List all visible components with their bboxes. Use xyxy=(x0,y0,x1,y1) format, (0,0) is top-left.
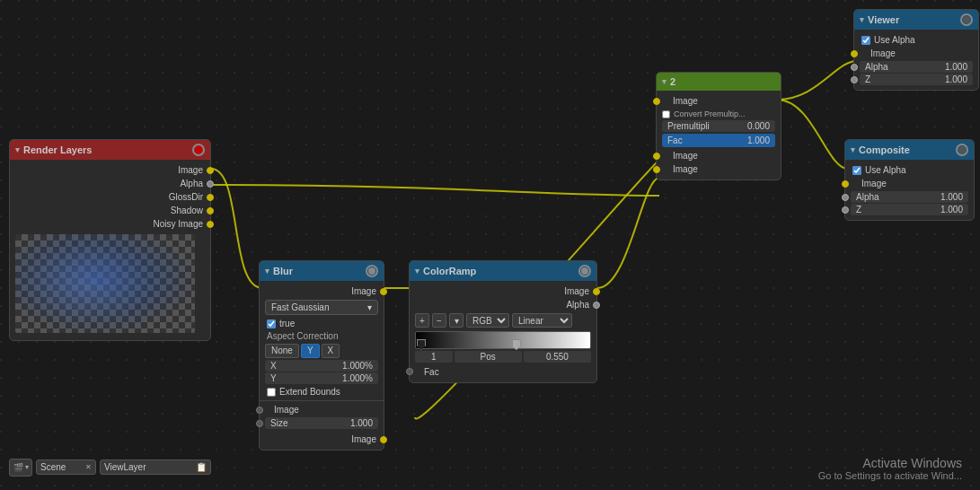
watermark-subtitle: Go to Settings to activate Wind... xyxy=(818,470,962,481)
viewer-collapse-arrow[interactable]: ▾ xyxy=(860,15,864,24)
output-glossdir-label: GlossDir xyxy=(169,192,203,202)
colorramp-interp-select[interactable]: Linear Ease B-Spline Cardinal Constant xyxy=(512,313,572,328)
colorramp-output-alpha-row: Alpha xyxy=(410,298,596,311)
mix-image2-row: Image xyxy=(657,149,781,162)
viewer-image-socket xyxy=(851,50,858,57)
blur-x-value: 1.000% xyxy=(342,361,373,371)
viewer-z-socket xyxy=(851,76,858,83)
viewer-alpha-socket xyxy=(851,64,858,71)
mix-fac-label: Fac xyxy=(667,136,683,145)
composite-use-alpha-label: Use Alpha xyxy=(865,165,906,175)
colorramp-icon xyxy=(578,265,591,277)
colorramp-menu-btn[interactable]: ▾ xyxy=(449,313,464,328)
composite-icon xyxy=(956,144,968,156)
blur-icon xyxy=(366,265,378,277)
blur-collapse-arrow[interactable]: ▾ xyxy=(265,267,269,276)
colorramp-pos-value-field[interactable]: 0.550 xyxy=(524,351,591,363)
blur-x-field[interactable]: X 1.000% xyxy=(265,360,378,372)
blur-aspect-y[interactable]: Y xyxy=(301,344,320,358)
composite-alpha-checkbox[interactable] xyxy=(852,166,861,175)
blur-aspect-none[interactable]: None xyxy=(265,344,299,358)
colorramp-body: Image Alpha + − ▾ RGB HSV HSL Linear Eas… xyxy=(410,281,596,382)
composite-z-field[interactable]: Z 1.000 xyxy=(851,204,968,215)
render-layers-header: ▾ Render Layers xyxy=(10,140,210,160)
colorramp-collapse-arrow[interactable]: ▾ xyxy=(415,267,419,276)
colorramp-gradient-area xyxy=(415,331,591,349)
output-glossdir-socket xyxy=(207,194,214,201)
viewlayer-select[interactable]: ViewLayer 📋 xyxy=(100,459,211,475)
output-alpha-label: Alpha xyxy=(180,179,203,188)
mix-title: 2 xyxy=(670,76,675,87)
blur-aspect-row: None Y X xyxy=(265,344,378,358)
render-layers-icon xyxy=(192,144,205,156)
viewer-node: ▾ Viewer Use Alpha Image Alpha 1.000 Z 1… xyxy=(853,9,979,91)
composite-alpha-field[interactable]: Alpha 1.000 xyxy=(851,191,968,203)
colorramp-mode-select[interactable]: RGB HSV HSL xyxy=(466,313,509,328)
blur-title: Blur xyxy=(273,266,293,276)
composite-image-socket xyxy=(842,180,849,188)
blur-method-dropdown[interactable]: Fast Gaussian ▾ xyxy=(265,300,378,315)
composite-header: ▾ Composite xyxy=(845,140,974,160)
blur-extend-checkbox[interactable] xyxy=(267,388,276,397)
composite-title: Composite xyxy=(859,144,910,155)
colorramp-fac-label: Fac xyxy=(424,367,439,377)
mix-collapse-arrow[interactable]: ▾ xyxy=(662,77,667,86)
blur-output-socket xyxy=(380,436,387,443)
blur-header: ▾ Blur xyxy=(260,261,384,281)
blur-y-value: 1.000% xyxy=(342,373,373,383)
colorramp-fac-row: Fac xyxy=(410,364,596,379)
composite-alpha-socket xyxy=(842,194,849,201)
viewer-alpha-field[interactable]: Alpha 1.000 xyxy=(860,61,973,73)
blur-extend-label: Extend Bounds xyxy=(279,387,340,397)
output-image-socket xyxy=(207,167,214,174)
viewer-use-alpha-label: Use Alpha xyxy=(874,35,915,45)
composite-z-value: 1.000 xyxy=(940,205,963,214)
viewer-alpha-checkbox[interactable] xyxy=(861,36,870,45)
mix-convert-checkbox[interactable] xyxy=(662,110,670,118)
mix-image3-label: Image xyxy=(673,164,698,174)
blur-output-row: Image xyxy=(260,433,384,446)
colorramp-title: ColorRamp xyxy=(423,266,476,276)
composite-alpha-row: Use Alpha xyxy=(845,163,974,177)
viewer-z-field[interactable]: Z 1.000 xyxy=(860,74,973,85)
colorramp-output-alpha-label: Alpha xyxy=(566,300,589,310)
blur-aspect-x[interactable]: X xyxy=(322,344,340,358)
output-shadow-label: Shadow xyxy=(171,206,203,215)
colorramp-pos-row: 1 Pos 0.550 xyxy=(415,351,591,363)
collapse-arrow[interactable]: ▾ xyxy=(15,145,20,154)
colorramp-gradient-bar[interactable] xyxy=(415,331,591,349)
blur-size-field[interactable]: Size 1.000 xyxy=(265,417,378,429)
mix-premultipli-label: Premultipli xyxy=(667,121,710,131)
output-image-row: Image xyxy=(10,163,210,177)
blur-output-label: Image xyxy=(351,434,376,444)
mix-fac-field[interactable]: Fac 1.000 xyxy=(662,134,775,147)
watermark-title: Activate Windows xyxy=(818,456,962,470)
scene-icon-btn[interactable]: 🎬 ▾ xyxy=(9,459,32,477)
mix-input-label: Image xyxy=(673,96,698,106)
viewer-alpha-value: 1.000 xyxy=(945,62,967,72)
viewer-z-label: Z xyxy=(865,74,870,84)
mix-premultipli-value: 0.000 xyxy=(747,121,770,131)
mix-premultipli-field[interactable]: Premultipli 0.000 xyxy=(662,120,775,132)
blur-y-field[interactable]: Y 1.000% xyxy=(265,372,378,384)
colorramp-stop-index[interactable]: 1 xyxy=(415,351,453,363)
blur-input-label: Image xyxy=(351,286,376,296)
blur-output-image-label: Image xyxy=(274,405,299,415)
composite-z-label: Z xyxy=(856,205,861,214)
blur-extend-row: Extend Bounds xyxy=(260,385,384,398)
scene-select[interactable]: Scene ✕ xyxy=(36,459,96,475)
colorramp-remove-btn[interactable]: − xyxy=(432,313,446,328)
blur-size-input-socket xyxy=(256,407,263,414)
viewer-alpha-label-field: Alpha xyxy=(865,62,888,72)
colorramp-add-btn[interactable]: + xyxy=(415,313,429,328)
composite-collapse-arrow[interactable]: ▾ xyxy=(851,145,855,154)
blur-method-arrow: ▾ xyxy=(367,302,372,312)
colorramp-output-image-socket xyxy=(593,288,600,295)
viewlayer-label: ViewLayer xyxy=(104,462,146,472)
blur-relative-checkbox[interactable] xyxy=(267,319,276,328)
render-thumbnail xyxy=(15,234,195,333)
output-shadow-socket xyxy=(207,207,214,214)
render-layers-title: Render Layers xyxy=(23,144,92,155)
mix-node: ▾ 2 Image Convert Premultip... Premultip… xyxy=(656,72,781,180)
scene-label: Scene xyxy=(40,462,66,472)
